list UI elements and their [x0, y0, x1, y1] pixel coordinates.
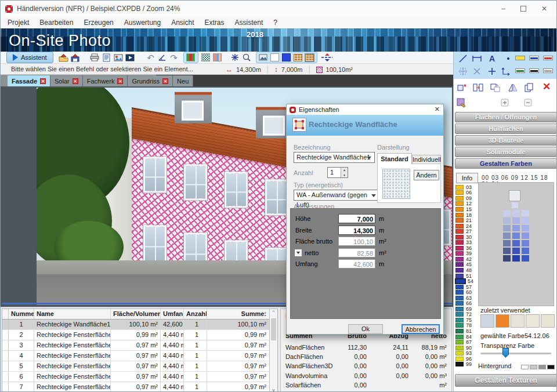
hue-swatch-84[interactable]: [455, 335, 464, 339]
report-icon[interactable]: [101, 52, 113, 63]
hue-swatch-39[interactable]: [455, 251, 464, 256]
view-photo-icon[interactable]: [258, 52, 269, 63]
hue-swatch-90[interactable]: [455, 346, 464, 350]
tab-solar[interactable]: Solar✕: [50, 75, 83, 86]
export-image-icon[interactable]: [113, 52, 124, 63]
shade-swatch[interactable]: [522, 248, 529, 254]
hue-swatch-63[interactable]: [455, 296, 464, 300]
color-gray-swatch[interactable]: [543, 68, 553, 73]
angle-icon[interactable]: [157, 52, 168, 63]
col-header-5[interactable]: Summe:: [207, 309, 269, 319]
recent-color-swatch[interactable]: [495, 314, 509, 328]
view-blue-icon[interactable]: [281, 52, 292, 63]
view-texture-icon[interactable]: [292, 52, 304, 63]
assistent-button[interactable]: Assistent: [6, 52, 53, 63]
tab-standard[interactable]: Standard: [377, 153, 412, 164]
texture-paint-icon[interactable]: [456, 97, 468, 108]
hue-swatch-78[interactable]: [455, 323, 464, 328]
spin-down-icon[interactable]: ▼: [341, 173, 348, 178]
slider-handle[interactable]: [502, 348, 509, 358]
hue-swatch-12[interactable]: [455, 201, 464, 206]
shade-swatch[interactable]: [503, 248, 511, 254]
view-texture2-icon[interactable]: [304, 52, 316, 63]
level-split-icon[interactable]: [321, 52, 332, 63]
background-swatch[interactable]: [530, 365, 537, 369]
panel-button-3dbauteile[interactable]: 3D-Bauteile: [455, 135, 557, 146]
duplicate-icon[interactable]: [523, 82, 535, 93]
transform-icon[interactable]: [456, 82, 468, 93]
selected-shade-swatch[interactable]: [510, 191, 519, 200]
panel-button-flchenffnungen[interactable]: Flächen / Öffnungen: [455, 112, 557, 122]
tab-fachwerk[interactable]: Fachwerk✕: [83, 75, 128, 86]
aendern-button[interactable]: Ändern: [414, 170, 439, 180]
panel-button-hllflchen[interactable]: Hüllflächen: [455, 124, 557, 134]
table-row[interactable]: 6Rechteckige Fensterfläche50,97 m²4,440 …: [2, 372, 277, 382]
recent-color-swatch[interactable]: [511, 314, 525, 328]
zoom-icon[interactable]: [241, 52, 252, 63]
delete-icon[interactable]: ✕: [541, 81, 552, 92]
col-header-3[interactable]: Umfan: [161, 309, 184, 319]
spin-up-icon[interactable]: ▲: [341, 168, 348, 173]
color-black-swatch[interactable]: [529, 68, 539, 73]
col-header-0[interactable]: Numme: [9, 309, 34, 319]
tab-grundriss[interactable]: Grundriss✕: [128, 75, 173, 86]
shade-swatch[interactable]: [503, 233, 511, 239]
tab-close-icon[interactable]: ✕: [117, 78, 123, 84]
minimize-icon[interactable]: –: [501, 5, 505, 13]
snap-star-icon[interactable]: [229, 52, 241, 63]
bezeichnung-select[interactable]: Rechteckige Wandfläche1: [294, 152, 375, 163]
hue-swatch-06[interactable]: [455, 190, 464, 195]
background-swatch[interactable]: [538, 365, 546, 369]
export-video-icon[interactable]: [124, 52, 136, 63]
shade-swatch[interactable]: [503, 240, 511, 246]
dimension-tool-icon[interactable]: [471, 53, 483, 64]
menu-item-extras[interactable]: Extras: [205, 19, 225, 27]
transparency-slider[interactable]: [480, 353, 551, 354]
pattern-dots-icon[interactable]: [200, 52, 212, 63]
col-header-1[interactable]: Name: [34, 309, 111, 319]
shade-swatch[interactable]: [522, 217, 529, 224]
menu-item-assistent[interactable]: Assistent: [235, 19, 263, 27]
shade-swatch[interactable]: [512, 255, 520, 262]
mirror-icon[interactable]: [507, 82, 519, 93]
hue-swatch-15[interactable]: [455, 207, 464, 212]
shade-swatch[interactable]: [512, 210, 520, 216]
hue-swatch-09[interactable]: [455, 196, 464, 201]
gestalten-texturen-button[interactable]: Gestalten Texturen: [455, 374, 557, 387]
table-row[interactable]: 3Rechteckige Fensterfläche20,97 m²4,440 …: [2, 340, 277, 351]
pattern-color-icon[interactable]: [185, 52, 197, 63]
texture-preview[interactable]: [382, 169, 410, 199]
move-rect-icon[interactable]: [472, 82, 484, 93]
grid-tool-icon[interactable]: [457, 66, 469, 77]
hue-swatch-87[interactable]: [455, 340, 464, 344]
line-tool-icon[interactable]: [457, 53, 469, 64]
hue-swatch-51[interactable]: [455, 274, 464, 278]
table-row[interactable]: 4Rechteckige Fensterfläche30,97 m²4,440 …: [2, 351, 277, 361]
hue-swatch-54[interactable]: [455, 279, 465, 284]
hue-swatch-18[interactable]: [455, 213, 464, 217]
shade-swatch[interactable]: [503, 255, 511, 262]
close-icon[interactable]: ✕: [541, 5, 547, 13]
hue-swatch-66[interactable]: [455, 301, 464, 306]
tab-close-icon[interactable]: ✕: [73, 78, 78, 84]
col-header-2[interactable]: Fläche/Volumen/: [111, 309, 161, 319]
hue-swatch-93[interactable]: [455, 351, 464, 355]
shade-swatch[interactable]: [512, 240, 520, 246]
color-red-swatch[interactable]: [543, 56, 553, 60]
background-swatch[interactable]: [547, 365, 555, 369]
hue-swatch-60[interactable]: [455, 290, 464, 295]
recent-color-swatch[interactable]: [480, 314, 494, 328]
anzahl-stepper[interactable]: 1 ▲▼: [327, 167, 348, 178]
table-row[interactable]: 2Rechteckige Fensterfläche10,99 m²4,440 …: [2, 330, 277, 340]
hue-swatch-57[interactable]: [455, 285, 464, 289]
view-plain-icon[interactable]: [269, 52, 281, 63]
typ-select[interactable]: WA - Außenwand (gegen Luft): [294, 190, 379, 201]
tab-close-icon[interactable]: ✕: [162, 78, 168, 84]
shade-swatch[interactable]: [522, 233, 529, 239]
print-icon[interactable]: [89, 52, 101, 63]
hue-swatch-81[interactable]: [455, 329, 464, 333]
hue-swatch-48[interactable]: [455, 268, 464, 273]
hue-swatch-36[interactable]: [455, 246, 464, 251]
open-project-icon[interactable]: [58, 52, 70, 63]
shade-swatch[interactable]: [522, 255, 529, 262]
